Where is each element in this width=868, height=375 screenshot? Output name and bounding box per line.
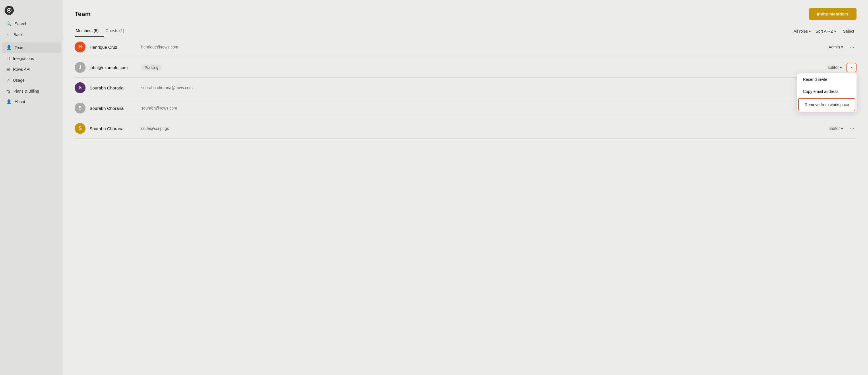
sidebar-item-label: Plans & Billing bbox=[13, 89, 39, 94]
sidebar-item-team[interactable]: 👤 Team bbox=[2, 42, 61, 53]
svg-point-1 bbox=[8, 9, 10, 11]
sidebar-item-label: Search bbox=[14, 22, 27, 26]
resend-invite-item[interactable]: Resend invite bbox=[797, 73, 857, 86]
tabs-bar: Members (5) Guests (1) All roles ▾ Sort … bbox=[63, 26, 868, 37]
status-badge: Pending bbox=[141, 65, 162, 71]
copy-email-item[interactable]: Copy email address bbox=[797, 86, 857, 98]
sidebar-item-label: Integrations bbox=[13, 56, 34, 61]
all-roles-filter[interactable]: All roles ▾ bbox=[792, 26, 813, 36]
member-email: code@script.gs bbox=[141, 126, 829, 131]
sidebar-item-search[interactable]: 🔍 Search bbox=[2, 19, 61, 29]
sidebar-item-label: Back bbox=[13, 32, 22, 37]
member-email: henrique@rows.com bbox=[141, 45, 828, 49]
invite-members-button[interactable]: Invite members bbox=[809, 8, 857, 20]
avatar: S bbox=[74, 103, 86, 113]
team-icon: 👤 bbox=[6, 45, 12, 50]
member-role[interactable]: Editor ▾ bbox=[829, 126, 843, 131]
sidebar-item-usage[interactable]: ↗ Usage bbox=[2, 75, 61, 86]
dropdown-menu: Resend invite Copy email address Remove … bbox=[797, 73, 857, 112]
avatar: S bbox=[74, 123, 86, 134]
more-options-button[interactable]: ··· bbox=[846, 63, 857, 72]
sidebar-item-plans-billing[interactable]: 🛍 Plans & Billing bbox=[2, 86, 61, 96]
usage-icon: ↗ bbox=[6, 78, 10, 83]
avatar: S bbox=[74, 82, 86, 93]
select-control[interactable]: Select bbox=[838, 26, 857, 36]
member-role[interactable]: Editor ▾ bbox=[828, 65, 842, 70]
billing-icon: 🛍 bbox=[6, 89, 11, 94]
tab-guests[interactable]: Guests (1) bbox=[104, 26, 130, 37]
sidebar-item-label: Team bbox=[14, 45, 24, 50]
member-name: Sourabh Choraria bbox=[90, 86, 141, 90]
sidebar: 🔍 Search ← Back 👤 Team ⬡ Integrations ⊞ … bbox=[0, 0, 63, 375]
app-logo bbox=[5, 6, 14, 15]
member-name: john@example.com bbox=[90, 65, 141, 70]
table-row: J john@example.com Pending Editor ▾ ··· … bbox=[74, 57, 857, 78]
page-header: Team Invite members bbox=[63, 0, 868, 26]
member-email: sourabh@rows.com bbox=[141, 106, 832, 110]
sidebar-item-label: Rows API bbox=[13, 67, 30, 72]
member-email: Pending bbox=[141, 65, 828, 70]
sidebar-item-label: About bbox=[14, 100, 25, 104]
sidebar-item-back[interactable]: ← Back bbox=[2, 30, 61, 40]
avatar: J bbox=[74, 62, 86, 73]
member-email: sourabh.choraria@rows.com bbox=[141, 86, 848, 90]
tab-members[interactable]: Members (5) bbox=[74, 26, 104, 37]
search-icon: 🔍 bbox=[6, 21, 12, 26]
table-row: S Sourabh Choraria code@script.gs Editor… bbox=[74, 118, 857, 139]
api-icon: ⊞ bbox=[6, 67, 10, 72]
member-name: Sourabh Choraria bbox=[90, 106, 141, 111]
members-list: H Henrique Cruz henrique@rows.com Admin … bbox=[63, 37, 868, 375]
table-row: S Sourabh Choraria sourabh.choraria@rows… bbox=[74, 78, 857, 98]
main-content: Team Invite members Members (5) Guests (… bbox=[63, 0, 868, 375]
chevron-down-icon: ▾ bbox=[841, 126, 843, 131]
sidebar-item-integrations[interactable]: ⬡ Integrations bbox=[2, 53, 61, 64]
integrations-icon: ⬡ bbox=[6, 56, 10, 61]
more-options-button[interactable]: ··· bbox=[848, 43, 857, 51]
sidebar-item-rows-api[interactable]: ⊞ Rows API bbox=[2, 64, 61, 74]
remove-from-workspace-item[interactable]: Remove from workspace bbox=[798, 98, 856, 111]
member-name: Sourabh Choraria bbox=[90, 126, 141, 131]
member-role[interactable]: Admin ▾ bbox=[828, 45, 843, 49]
more-options-button[interactable]: ··· bbox=[848, 125, 857, 133]
sidebar-item-about[interactable]: 👤 About bbox=[2, 97, 61, 107]
member-name: Henrique Cruz bbox=[90, 45, 141, 49]
avatar: H bbox=[74, 41, 86, 53]
sort-control[interactable]: Sort A→Z ▾ bbox=[813, 26, 839, 36]
sidebar-item-label: Usage bbox=[13, 78, 24, 82]
back-icon: ← bbox=[6, 32, 11, 37]
about-icon: 👤 bbox=[6, 99, 12, 104]
page-title: Team bbox=[74, 10, 91, 18]
chevron-down-icon: ▾ bbox=[841, 45, 843, 49]
table-row: H Henrique Cruz henrique@rows.com Admin … bbox=[74, 37, 857, 57]
table-row: S Sourabh Choraria sourabh@rows.com Admi… bbox=[74, 98, 857, 118]
chevron-down-icon: ▾ bbox=[840, 65, 842, 70]
